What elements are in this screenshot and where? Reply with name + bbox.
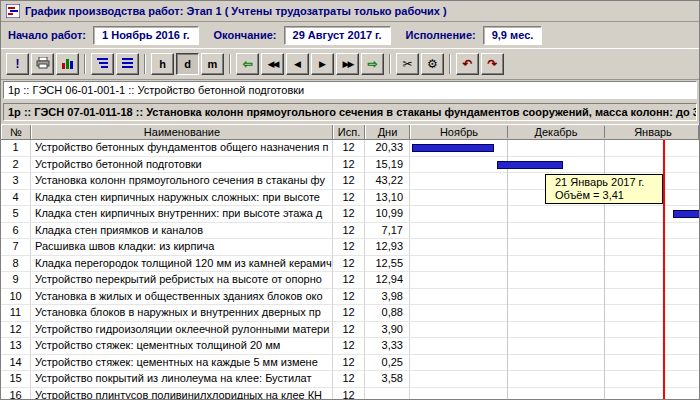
toolbar-separator	[84, 54, 86, 74]
row-number: 3	[1, 173, 31, 190]
undo-button[interactable]: ↶	[456, 53, 479, 75]
duration-days: 0,25	[365, 355, 410, 372]
gantt-bar[interactable]	[412, 144, 494, 152]
task-name: Устройство бетонной подготовки	[31, 157, 333, 174]
gantt-bar[interactable]	[497, 161, 563, 169]
gantt-cell	[410, 355, 699, 372]
executors-count: 12	[333, 371, 365, 388]
undo-icon: ↶	[462, 57, 472, 71]
table-row[interactable]: 1Устройство бетонных фундаментов общего …	[1, 140, 699, 157]
outline-collapse-button[interactable]	[91, 53, 114, 75]
table-row[interactable]: 15Устройство покрытий из линолеума на кл…	[1, 371, 699, 388]
gear-icon: ⚙	[427, 57, 438, 71]
go-end-button[interactable]: ⇨	[361, 53, 384, 75]
selected-task-path[interactable]: 1р :: ГЭСН 06-01-001-1 :: Устройство бет…	[3, 81, 697, 99]
duration-days: 3,90	[365, 322, 410, 339]
fast-back-button[interactable]: ◀◀	[261, 53, 284, 75]
month-header-cell[interactable]: Декабрь	[508, 126, 605, 138]
scale-day-button[interactable]: d	[176, 53, 199, 75]
outline-collapse-icon	[96, 57, 109, 71]
redo-button[interactable]: ↷	[481, 53, 504, 75]
selected-path-strip: 1р :: ГЭСН 06-01-001-1 :: Устройство бет…	[1, 80, 699, 101]
execution-label: Исполнение:	[406, 29, 476, 41]
gantt-cell	[410, 371, 699, 388]
task-name: Кладка стен кирпичных внутренних: при вы…	[31, 206, 333, 223]
task-name: Устройство гидроизоляции оклеечной рулон…	[31, 322, 333, 339]
chart-button[interactable]	[56, 53, 79, 75]
current-path-strip: 1р :: ГЭСН 07-01-011-18 :: Установка кол…	[1, 101, 699, 124]
duration-days: 3,33	[365, 338, 410, 355]
redo-icon: ↷	[487, 57, 497, 71]
executors-count: 12	[333, 190, 365, 207]
bar-chart-icon	[61, 57, 74, 72]
duration-days: 12,55	[365, 256, 410, 273]
row-number: 10	[1, 289, 31, 306]
duration-days: 3,58	[365, 371, 410, 388]
header-name[interactable]: Наименование	[31, 125, 333, 139]
gantt-bar[interactable]	[673, 210, 699, 218]
app-window: График производства работ: Этап 1 ( Учте…	[0, 0, 700, 400]
row-number: 2	[1, 157, 31, 174]
task-name: Установка в жилых и общественных зданиях…	[31, 289, 333, 306]
row-number: 12	[1, 322, 31, 339]
task-name: Устройство стяжек: цементных толщиной 20…	[31, 338, 333, 355]
duration-days: 12,93	[365, 239, 410, 256]
task-name: Кладка стен кирпичных наружных сложных: …	[31, 190, 333, 207]
executors-count: 12	[333, 388, 365, 400]
executors-count: 12	[333, 289, 365, 306]
month-header-cell[interactable]: Январь	[605, 126, 699, 138]
header-exec[interactable]: Исп.	[333, 125, 365, 139]
task-name: Устройство плинтусов поливинилхлоридных …	[31, 388, 333, 400]
table-row[interactable]: 7Расшивка швов кладки: из кирпича1212,93	[1, 239, 699, 256]
row-number: 4	[1, 190, 31, 207]
table-row[interactable]: 11Установка блоков в наружных и внутренн…	[1, 305, 699, 322]
outline-expand-button[interactable]	[116, 53, 139, 75]
printer-icon	[36, 57, 50, 72]
cut-button[interactable]: ✂	[396, 53, 419, 75]
toolbar: ! h d m ⇦ ◀◀ ◀ ▶ ▶▶ ⇨ ✂ ⚙ ↶ ↷	[1, 48, 699, 80]
step-forward-button[interactable]: ▶	[311, 53, 334, 75]
fast-back-icon: ◀◀	[268, 59, 278, 69]
table-row[interactable]: 16Устройство плинтусов поливинилхлоридны…	[1, 388, 699, 400]
print-button[interactable]	[31, 53, 54, 75]
go-start-button[interactable]: ⇦	[236, 53, 259, 75]
toolbar-separator	[449, 54, 451, 74]
gantt-rows: 21 Январь 2017 г. Объём = 3,41 1Устройст…	[1, 140, 699, 400]
executors-count: 12	[333, 140, 365, 157]
start-date-field: 1 Ноябрь 2016 г.	[93, 26, 199, 45]
duration-days: 13,10	[365, 190, 410, 207]
table-row[interactable]: 13Устройство стяжек: цементных толщиной …	[1, 338, 699, 355]
table-row[interactable]: 8Кладка перегородок толщиной 120 мм из к…	[1, 256, 699, 273]
table-row[interactable]: 2Устройство бетонной подготовки1215,19	[1, 157, 699, 174]
current-task-path[interactable]: 1р :: ГЭСН 07-01-011-18 :: Установка кол…	[3, 103, 697, 121]
warning-button[interactable]: !	[6, 53, 29, 75]
duration-days: 7,17	[365, 223, 410, 240]
step-back-button[interactable]: ◀	[286, 53, 309, 75]
settings-button[interactable]: ⚙	[421, 53, 444, 75]
table-row[interactable]: 10Установка в жилых и общественных здани…	[1, 289, 699, 306]
gantt-tooltip: 21 Январь 2017 г. Объём = 3,41	[545, 174, 663, 204]
start-label: Начало работ:	[8, 29, 86, 41]
table-row[interactable]: 5Кладка стен кирпичных внутренних: при в…	[1, 206, 699, 223]
month-header-cell[interactable]: Ноябрь	[411, 126, 508, 138]
task-name: Расшивка швов кладки: из кирпича	[31, 239, 333, 256]
fast-forward-button[interactable]: ▶▶	[336, 53, 359, 75]
row-number: 7	[1, 239, 31, 256]
header-num[interactable]: №	[1, 125, 31, 139]
scale-month-button[interactable]: m	[201, 53, 224, 75]
toolbar-separator	[229, 54, 231, 74]
executors-count: 12	[333, 272, 365, 289]
row-number: 9	[1, 272, 31, 289]
duration-days: 3,98	[365, 289, 410, 306]
scale-hour-button[interactable]: h	[151, 53, 174, 75]
scissors-icon: ✂	[402, 57, 412, 71]
table-row[interactable]: 6Кладка стен приямков и каналов127,17	[1, 223, 699, 240]
table-row[interactable]: 9Устройство перекрытий ребристых на высо…	[1, 272, 699, 289]
row-number: 11	[1, 305, 31, 322]
table-row[interactable]: 14Устройство стяжек: цементных на каждые…	[1, 355, 699, 372]
header-days[interactable]: Дни	[365, 125, 410, 139]
tooltip-volume: Объём = 3,41	[555, 189, 662, 202]
executors-count: 12	[333, 173, 365, 190]
table-row[interactable]: 12Устройство гидроизоляции оклеечной рул…	[1, 322, 699, 339]
arrow-start-icon: ⇦	[242, 57, 252, 71]
